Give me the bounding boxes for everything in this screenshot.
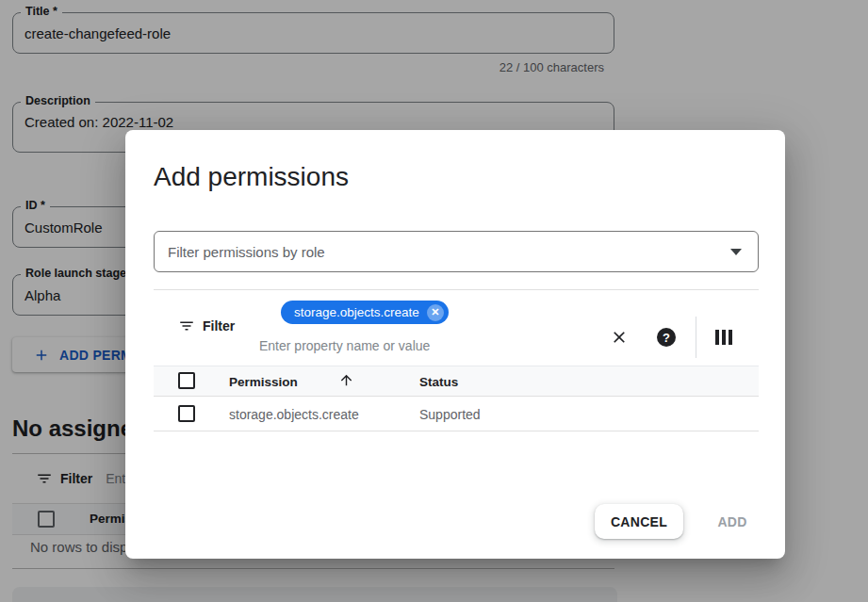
dialog-title: Add permissions <box>154 162 349 192</box>
chevron-down-icon <box>730 249 742 255</box>
role-filter-dropdown[interactable]: Filter permissions by role <box>154 231 759 272</box>
columns-icon <box>715 330 733 345</box>
row-permission: storage.objects.create <box>229 407 359 422</box>
filter-label: Filter <box>203 318 235 334</box>
help-icon: ? <box>657 328 676 347</box>
dialog-actions: CANCEL ADD <box>595 504 759 539</box>
row-status: Supported <box>419 407 481 422</box>
table-row[interactable]: storage.objects.create Supported <box>154 398 759 431</box>
sort-ascending-icon[interactable] <box>338 372 354 388</box>
permissions-table-header: Permission Status <box>154 366 759 397</box>
select-all-checkbox[interactable] <box>178 372 195 389</box>
role-filter-placeholder: Filter permissions by role <box>168 244 325 260</box>
permission-column-header[interactable]: Permission <box>229 375 298 389</box>
help-button[interactable]: ? <box>654 325 679 350</box>
column-display-button[interactable] <box>712 325 736 350</box>
filter-icon <box>178 317 195 334</box>
filter-chip[interactable]: storage.objects.create ✕ <box>281 301 449 324</box>
add-permissions-dialog: Add permissions Filter permissions by ro… <box>125 130 785 559</box>
add-button[interactable]: ADD <box>706 504 759 539</box>
row-checkbox[interactable] <box>178 405 195 422</box>
toolbar-divider <box>696 317 696 358</box>
filter-control[interactable]: Filter <box>178 317 235 334</box>
cancel-button[interactable]: CANCEL <box>595 504 683 539</box>
clear-filters-button[interactable] <box>607 325 631 350</box>
create-role-page: Title * create-changefeed-role 22 / 100 … <box>0 0 868 602</box>
permissions-filter-toolbar: Filter storage.objects.create ✕ Enter pr… <box>154 290 759 366</box>
filter-chip-label: storage.objects.create <box>294 305 419 319</box>
filter-input[interactable]: Enter property name or value <box>259 338 430 353</box>
close-icon <box>610 328 629 347</box>
chip-remove-icon[interactable]: ✕ <box>427 304 444 321</box>
status-column-header[interactable]: Status <box>419 375 458 389</box>
